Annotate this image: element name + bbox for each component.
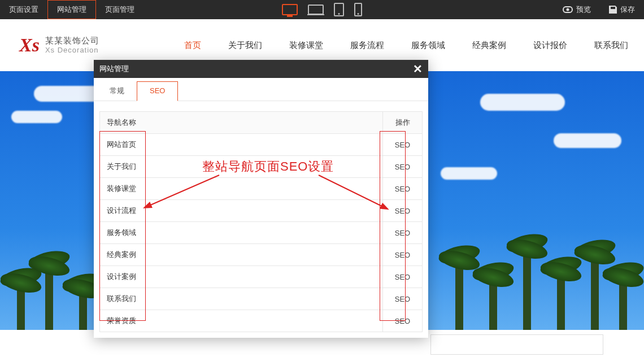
table-row: 设计流程SEO <box>100 200 423 222</box>
table-row: 荣誉资质SEO <box>100 310 423 332</box>
tablet-icon[interactable] <box>334 3 344 16</box>
modal-header: 网站管理 ✕ <box>94 60 428 78</box>
seo-link[interactable]: SEO <box>383 288 423 310</box>
nav-cases[interactable]: 经典案例 <box>472 40 506 51</box>
site-admin-modal: 网站管理 ✕ 常规 SEO 导航名称 操作 网站首页SEO关于我们SEO装修课堂… <box>94 60 428 338</box>
nav-name-cell: 联系我们 <box>100 288 383 310</box>
topbar-page-settings[interactable]: 页面设置 <box>0 0 47 19</box>
modal-tabs: 常规 SEO <box>94 78 428 101</box>
seo-link[interactable]: SEO <box>383 200 423 222</box>
save-button[interactable]: 保存 <box>600 0 644 19</box>
tab-seo[interactable]: SEO <box>137 81 178 101</box>
nav-field[interactable]: 服务领域 <box>411 40 445 51</box>
eye-icon <box>563 6 573 13</box>
device-switcher <box>282 0 362 19</box>
logo-mark: Xs <box>19 34 40 56</box>
preview-button[interactable]: 预览 <box>554 0 600 19</box>
tab-general[interactable]: 常规 <box>97 81 137 101</box>
nav-contact[interactable]: 联系我们 <box>594 40 628 51</box>
laptop-icon[interactable] <box>308 5 324 15</box>
seo-link[interactable]: SEO <box>383 134 423 156</box>
nav-about[interactable]: 关于我们 <box>228 40 262 51</box>
nav-home[interactable]: 首页 <box>184 40 201 51</box>
logo-en: Xs Decoration <box>45 46 99 55</box>
seo-table: 导航名称 操作 网站首页SEO关于我们SEO装修课堂SEO设计流程SEO服务领域… <box>99 111 423 332</box>
table-row: 装修课堂SEO <box>100 178 423 200</box>
app-topbar: 页面设置 网站管理 页面管理 预览 保存 <box>0 0 644 19</box>
nav-quote[interactable]: 设计报价 <box>533 40 567 51</box>
col-operation: 操作 <box>383 112 423 134</box>
table-row: 经典案例SEO <box>100 244 423 266</box>
topbar-page-admin[interactable]: 页面管理 <box>96 0 143 19</box>
site-logo[interactable]: Xs 某某装饰公司 Xs Decoration <box>19 34 99 56</box>
modal-title: 网站管理 <box>99 64 129 74</box>
nav-process[interactable]: 服务流程 <box>350 40 384 51</box>
content-placeholder-box <box>430 334 603 355</box>
nav-name-cell: 设计流程 <box>100 200 383 222</box>
seo-link[interactable]: SEO <box>383 222 423 244</box>
table-row: 网站首页SEO <box>100 134 423 156</box>
nav-name-cell: 荣誉资质 <box>100 310 383 332</box>
main-nav: 首页 关于我们 装修课堂 服务流程 服务领域 经典案例 设计报价 联系我们 <box>184 40 628 51</box>
table-row: 服务领域SEO <box>100 222 423 244</box>
seo-link[interactable]: SEO <box>383 310 423 332</box>
desktop-icon[interactable] <box>282 4 298 15</box>
seo-link[interactable]: SEO <box>383 156 423 178</box>
phone-icon[interactable] <box>354 3 362 16</box>
col-nav-name: 导航名称 <box>100 112 383 134</box>
topbar-site-admin[interactable]: 网站管理 <box>47 0 96 19</box>
close-icon[interactable]: ✕ <box>413 63 423 75</box>
table-row: 关于我们SEO <box>100 156 423 178</box>
seo-link[interactable]: SEO <box>383 244 423 266</box>
seo-link[interactable]: SEO <box>383 266 423 288</box>
nav-name-cell: 装修课堂 <box>100 178 383 200</box>
save-icon <box>609 6 617 14</box>
nav-name-cell: 设计案例 <box>100 266 383 288</box>
nav-name-cell: 网站首页 <box>100 134 383 156</box>
nav-class[interactable]: 装修课堂 <box>289 40 323 51</box>
table-row: 联系我们SEO <box>100 288 423 310</box>
seo-link[interactable]: SEO <box>383 178 423 200</box>
logo-cn: 某某装饰公司 <box>45 36 99 46</box>
nav-name-cell: 服务领域 <box>100 222 383 244</box>
preview-label: 预览 <box>576 5 591 15</box>
save-label: 保存 <box>620 5 635 15</box>
nav-name-cell: 经典案例 <box>100 244 383 266</box>
table-row: 设计案例SEO <box>100 266 423 288</box>
nav-name-cell: 关于我们 <box>100 156 383 178</box>
